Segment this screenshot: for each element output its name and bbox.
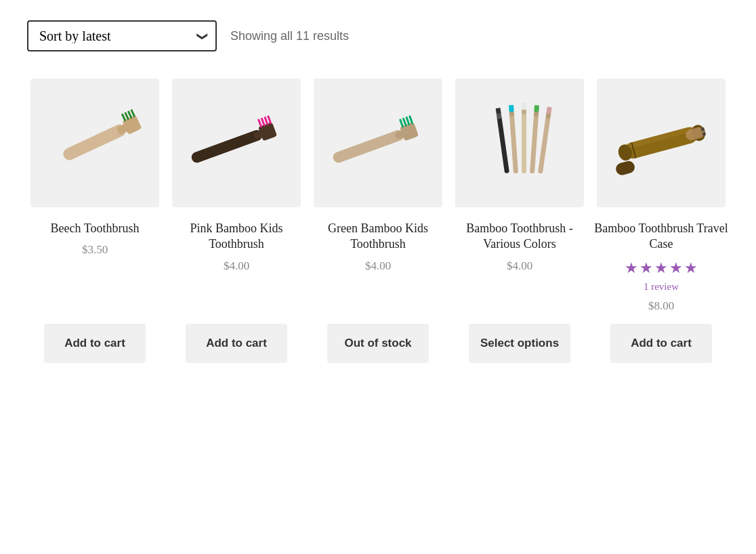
star-1: ★ <box>625 259 638 277</box>
svg-rect-32 <box>534 105 539 112</box>
svg-rect-29 <box>522 103 526 110</box>
svg-rect-44 <box>614 160 636 177</box>
review-count-travel: 1 review <box>644 281 679 293</box>
star-2: ★ <box>639 259 653 277</box>
product-price-pink: $4.00 <box>224 259 249 273</box>
product-name-pink: Pink Bamboo Kids Toothbrush <box>169 221 304 253</box>
svg-rect-7 <box>190 129 264 165</box>
product-image-various <box>455 79 584 207</box>
sort-select[interactable]: Sort by latest Sort by popularity Sort b… <box>27 20 217 51</box>
svg-rect-24 <box>509 114 518 173</box>
results-text: Showing all 11 results <box>230 29 349 43</box>
svg-rect-30 <box>530 114 539 173</box>
svg-rect-14 <box>331 129 405 165</box>
svg-rect-21 <box>497 116 509 173</box>
product-card-green: Green Bamboo Kids Toothbrush $4.00 Out o… <box>310 79 446 363</box>
add-to-cart-pink[interactable]: Add to cart <box>186 324 287 363</box>
star-4: ★ <box>669 259 683 277</box>
svg-rect-33 <box>538 116 551 173</box>
select-options-various[interactable]: Select options <box>469 324 570 363</box>
svg-rect-27 <box>522 112 526 173</box>
product-card-beech: Beech Toothbrush $3.50 Add to cart <box>27 79 163 363</box>
out-of-stock-green: Out of stock <box>327 324 429 363</box>
product-image-travel <box>597 79 726 207</box>
products-grid: Beech Toothbrush $3.50 Add to cart <box>27 79 729 363</box>
svg-rect-35 <box>546 107 551 114</box>
product-image-green <box>314 79 442 207</box>
product-price-travel: $8.00 <box>648 299 674 313</box>
svg-rect-26 <box>509 105 514 112</box>
add-to-cart-beech[interactable]: Add to cart <box>44 324 146 363</box>
product-card-pink: Pink Bamboo Kids Toothbrush $4.00 Add to… <box>169 79 304 363</box>
product-card-various: Bamboo Toothbrush - Various Colors $4.00… <box>452 79 587 363</box>
product-name-beech: Beech Toothbrush <box>51 221 140 236</box>
product-price-green: $4.00 <box>365 259 391 273</box>
star-3: ★ <box>654 259 668 277</box>
product-image-beech <box>30 79 159 207</box>
product-name-various: Bamboo Toothbrush - Various Colors <box>452 221 587 253</box>
svg-rect-23 <box>496 108 501 114</box>
product-card-travel: Bamboo Toothbrush Travel Case ★ ★ ★ ★ ★ … <box>593 79 729 363</box>
product-name-travel: Bamboo Toothbrush Travel Case <box>593 221 729 253</box>
star-5: ★ <box>684 259 698 277</box>
product-price-various: $4.00 <box>507 259 532 273</box>
add-to-cart-travel[interactable]: Add to cart <box>610 324 712 363</box>
sort-wrapper: Sort by latest Sort by popularity Sort b… <box>27 20 217 51</box>
product-stars-travel: ★ ★ ★ ★ ★ <box>625 259 698 277</box>
product-image-pink <box>172 79 301 207</box>
product-name-green: Green Bamboo Kids Toothbrush <box>310 221 446 253</box>
toolbar: Sort by latest Sort by popularity Sort b… <box>27 20 729 51</box>
product-price-beech: $3.50 <box>82 243 108 257</box>
